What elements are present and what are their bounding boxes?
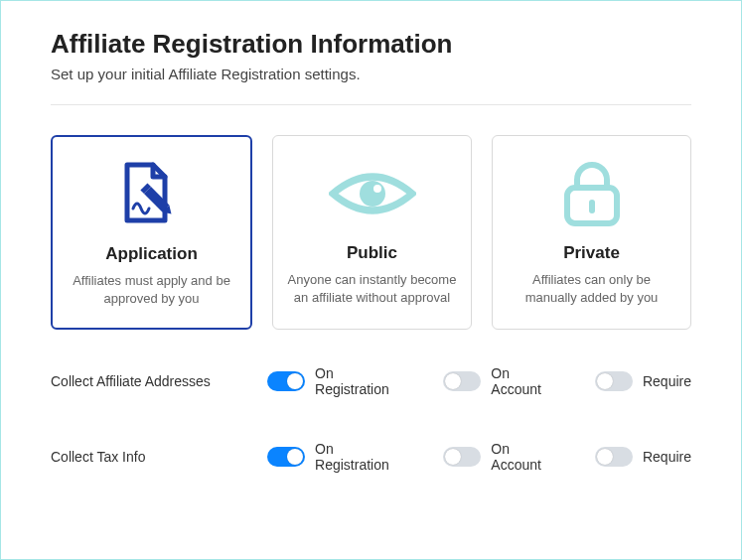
lock-icon — [559, 154, 625, 233]
toggle-addresses-on-account[interactable] — [443, 371, 481, 391]
toggle-addresses-require[interactable] — [595, 371, 633, 391]
svg-point-4 — [373, 185, 381, 193]
mode-desc: Anyone can instantly become an affiliate… — [287, 271, 457, 307]
toggle-item-on-registration: On Registration — [267, 441, 409, 473]
mode-desc: Affiliates can only be manually added by… — [507, 271, 676, 307]
setting-collect-tax: Collect Tax Info On Registration On Acco… — [51, 441, 691, 473]
toggle-group: On Registration On Account Require — [267, 441, 691, 473]
setting-label: Collect Affiliate Addresses — [51, 373, 267, 389]
toggle-label: On Registration — [315, 441, 409, 473]
svg-point-3 — [360, 181, 385, 207]
toggle-label: On Account — [491, 365, 561, 397]
mode-desc: Affiliates must apply and be approved by… — [67, 272, 236, 308]
divider — [51, 104, 691, 105]
toggle-label: On Registration — [315, 365, 409, 397]
toggle-tax-require[interactable] — [595, 447, 633, 467]
eye-icon — [329, 154, 416, 233]
toggle-tax-on-registration[interactable] — [267, 447, 305, 467]
page-subtitle: Set up your initial Affiliate Registrati… — [51, 66, 691, 82]
toggle-label: Require — [643, 373, 691, 389]
mode-card-public[interactable]: Public Anyone can instantly become an af… — [272, 135, 472, 330]
toggle-label: Require — [643, 449, 691, 465]
application-icon — [113, 155, 191, 234]
content-area: Affiliate Registration Information Set u… — [1, 1, 741, 473]
mode-card-application[interactable]: Application Affiliates must apply and be… — [51, 135, 252, 330]
setting-label: Collect Tax Info — [51, 449, 267, 465]
mode-cards: Application Affiliates must apply and be… — [51, 135, 691, 330]
mode-title: Application — [105, 244, 198, 264]
toggle-label: On Account — [491, 441, 561, 473]
toggle-item-on-account: On Account — [443, 441, 561, 473]
mode-title: Private — [563, 243, 620, 263]
affiliate-registration-panel: Affiliate Registration Information Set u… — [0, 0, 742, 560]
toggle-item-on-account: On Account — [443, 365, 561, 397]
svg-rect-6 — [589, 200, 595, 213]
toggle-group: On Registration On Account Require — [267, 365, 691, 397]
toggle-tax-on-account[interactable] — [443, 447, 481, 467]
toggle-addresses-on-registration[interactable] — [267, 371, 305, 391]
toggle-item-require: Require — [595, 447, 691, 467]
page-title: Affiliate Registration Information — [51, 29, 691, 60]
mode-title: Public — [347, 243, 397, 263]
setting-collect-addresses: Collect Affiliate Addresses On Registrat… — [51, 365, 691, 397]
mode-card-private[interactable]: Private Affiliates can only be manually … — [492, 135, 691, 330]
toggle-item-on-registration: On Registration — [267, 365, 409, 397]
toggle-item-require: Require — [595, 371, 691, 391]
